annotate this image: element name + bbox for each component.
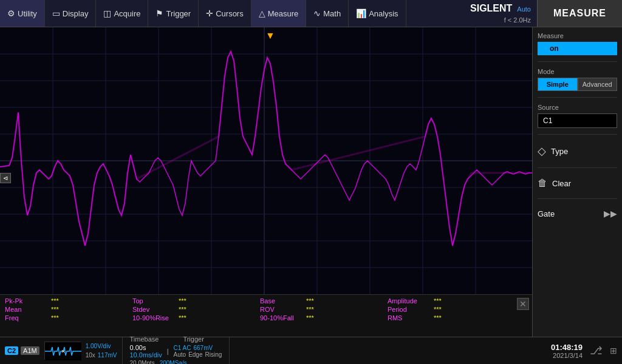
meas-stdev-value: *** [179, 306, 203, 313]
mode-advanced-button[interactable]: Advanced [578, 78, 618, 91]
meas-freq: Freq *** [5, 314, 132, 322]
meas-period: Period *** [388, 306, 515, 313]
time-offset: 0.00s [130, 344, 162, 351]
measure-section-label: Measure [538, 32, 617, 39]
menu-acquire[interactable]: ◫ Acquire [96, 0, 148, 27]
math-icon: ∿ [313, 8, 321, 18]
right-panel: Measure on Mode Simple Advanced Source ◇… [532, 27, 622, 337]
meas-amplitude-label: Amplitude [388, 297, 430, 305]
meas-period-value: *** [434, 306, 458, 313]
menu-bar: ⚙ Utility ▭ Display ◫ Acquire ⚑ Trigger … [0, 0, 622, 27]
divider-5 [538, 198, 617, 199]
gate-section[interactable]: Gate ▶▶ [538, 205, 617, 222]
brand-name: SIGLENT [470, 2, 512, 15]
timebase-info: Timebase Trigger 0.00s 10.0ms/div | C1 A… [123, 337, 230, 364]
mode-simple-button[interactable]: Simple [538, 78, 578, 91]
brand-area: SIGLENT Auto f < 2.0Hz [464, 2, 537, 25]
meas-pk-pk-label: Pk-Pk [5, 297, 47, 305]
meas-fall-label: 90-10%Fall [260, 314, 302, 322]
trigger-slope: Rising [205, 351, 222, 358]
grid-svg [0, 27, 532, 337]
menu-acquire-label: Acquire [114, 9, 140, 18]
trigger-marker: ▼ [265, 30, 275, 41]
meas-amplitude-value: *** [434, 297, 458, 305]
menu-analysis[interactable]: 📊 Analysis [349, 0, 406, 27]
ch-settings: 1.00V/div 10x 117mV [86, 342, 117, 360]
ch2-info: C2 A1M 1.00V/div 10x 117mV [0, 337, 123, 364]
menu-math-label: Math [323, 9, 341, 18]
meas-mean-label: Mean [5, 306, 47, 313]
menu-trigger-label: Trigger [166, 9, 191, 18]
usb-icon: ⎇ [590, 344, 603, 357]
measure-section: Measure on [538, 32, 617, 55]
meas-top-label: Top [132, 297, 175, 305]
mode-section: Mode Simple Advanced [538, 68, 617, 91]
meas-row-1: Pk-Pk *** Top *** Base *** Amplitude *** [5, 297, 527, 305]
meas-row-3: Freq *** 10-90%Rise *** 90-10%Fall *** R… [5, 314, 527, 322]
mode-buttons: Simple Advanced [538, 78, 617, 91]
clear-section[interactable]: 🗑 Clear [538, 174, 617, 192]
scope-display[interactable]: ▼ ⊲ ✕ Pk-Pk *** Top *** Base *** [0, 27, 532, 337]
ch2-badge: C2 [5, 346, 18, 355]
divider-3 [538, 134, 617, 135]
sample-rate: 200MSa/s [160, 360, 187, 365]
meas-mean: Mean *** [5, 306, 132, 313]
meas-stdev: Stdev *** [132, 306, 260, 313]
meas-stdev-label: Stdev [132, 306, 175, 313]
meas-rov: ROV *** [260, 306, 388, 313]
meas-base: Base *** [260, 297, 388, 305]
brand-freq: f < 2.0Hz [504, 16, 531, 25]
analysis-icon: 📊 [356, 8, 366, 18]
mpts: 20.0Mpts [130, 360, 155, 365]
status-bar: C2 A1M 1.00V/div 10x 117mV Tim [0, 337, 622, 364]
brand-mode: Auto [517, 5, 531, 14]
time-display: 01:48:19 [551, 343, 583, 352]
divider-4 [538, 167, 617, 168]
ch-probe: ⊲ [0, 173, 11, 183]
meas-freq-value: *** [51, 314, 75, 322]
ch2-x: 10x [86, 351, 95, 360]
measure-toggle-on[interactable]: on [538, 42, 617, 55]
meas-period-label: Period [388, 306, 430, 313]
menu-trigger[interactable]: ⚑ Trigger [148, 0, 199, 27]
menu-cursors-label: Cursors [216, 9, 244, 18]
time-div: 10.0ms/div [130, 351, 162, 359]
type-section[interactable]: ◇ Type [538, 141, 617, 161]
menu-measure[interactable]: △ Measure [251, 0, 307, 27]
source-label: Source [538, 104, 617, 111]
date-display: 2021/3/14 [553, 352, 583, 359]
meas-rms: RMS *** [388, 314, 515, 322]
gate-label: Gate [538, 209, 555, 218]
cursors-icon: ✛ [206, 8, 213, 18]
trigger-edge: Edge [188, 351, 202, 358]
meas-rise-value: *** [179, 314, 203, 322]
menu-utility-label: Utility [18, 9, 37, 18]
measure-icon: △ [259, 8, 265, 18]
menu-utility[interactable]: ⚙ Utility [0, 0, 45, 27]
divider-2 [538, 97, 617, 98]
menu-analysis-label: Analysis [369, 9, 398, 18]
meas-freq-label: Freq [5, 314, 47, 322]
meas-pk-pk: Pk-Pk *** [5, 297, 132, 305]
trash-icon: 🗑 [538, 178, 547, 189]
menu-display-label: Display [63, 9, 89, 18]
network-icon: ⊞ [610, 346, 617, 356]
display-icon: ▭ [52, 8, 60, 18]
meas-rms-value: *** [434, 314, 458, 322]
meas-rise: 10-90%Rise *** [132, 314, 260, 322]
trigger-icon: ⚑ [156, 8, 163, 18]
source-input[interactable] [538, 113, 617, 128]
menu-math[interactable]: ∿ Math [306, 0, 349, 27]
meas-rms-label: RMS [388, 314, 430, 322]
meas-pk-pk-value: *** [51, 297, 75, 305]
menu-cursors[interactable]: ✛ Cursors [199, 0, 251, 27]
meas-rise-label: 10-90%Rise [132, 314, 175, 322]
ch2-vdiv: 1.00V/div [86, 342, 117, 351]
meas-close-button[interactable]: ✕ [517, 298, 529, 310]
meas-amplitude: Amplitude *** [388, 297, 515, 305]
clear-label: Clear [552, 179, 571, 188]
meas-rov-value: *** [306, 306, 330, 313]
menu-display[interactable]: ▭ Display [45, 0, 97, 27]
source-section: Source [538, 104, 617, 128]
trigger-ch: C1 AC [174, 345, 191, 351]
